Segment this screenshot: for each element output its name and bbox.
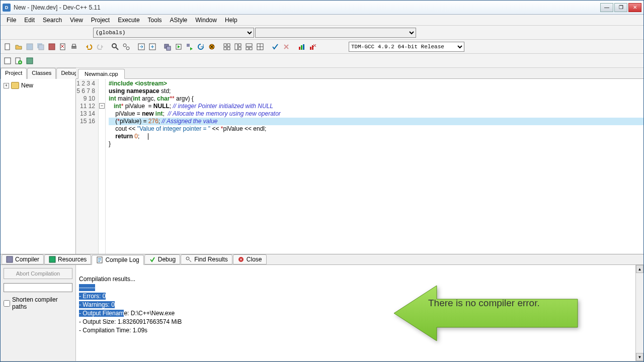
secondary-toolbar [1,54,643,68]
editor-tab-newmain[interactable]: Newmain.cpp [78,69,125,79]
compile-controls: Abort Compilation Shorten compiler paths [1,265,76,361]
undo-icon[interactable] [84,42,94,52]
save-icon[interactable] [25,42,35,52]
folder-icon [11,82,19,89]
save-as-icon[interactable] [47,42,57,52]
menu-window[interactable]: Window [191,16,221,25]
svg-rect-27 [250,47,252,50]
code-content[interactable]: #include <iostream>using namespace std;i… [106,79,643,254]
minimize-button[interactable]: — [600,3,613,12]
svg-rect-23 [238,44,241,46]
tab-find-results[interactable]: Find Results [181,254,232,264]
scroll-down-icon[interactable]: ▼ [636,353,643,361]
fold-toggle-icon[interactable]: − [99,103,105,109]
maximize-button[interactable]: ❐ [614,3,627,12]
grid3-icon[interactable] [244,42,254,52]
tab-compiler[interactable]: Compiler [2,254,44,264]
redo-icon[interactable] [95,42,105,52]
find-tab-icon [185,256,192,263]
app-icon: D [3,4,11,12]
tab-compile-log[interactable]: Compile Log [92,255,143,265]
fold-column: − [99,79,106,254]
open-file-icon[interactable] [14,42,24,52]
add-file-icon[interactable] [14,56,24,66]
tab-resources[interactable]: Resources [44,254,91,264]
svg-rect-38 [7,256,13,262]
bottom-panel: Compiler Resources Compile Log Debug Fin… [1,254,643,344]
tree-root-item[interactable]: + New [3,81,73,90]
menu-view[interactable]: View [66,16,87,25]
project-tree[interactable]: + New [1,79,75,254]
menu-search[interactable]: Search [39,16,66,25]
grid2-icon[interactable] [233,42,243,52]
tree-expand-icon[interactable]: + [4,83,9,88]
tab-project[interactable]: Project [1,68,27,79]
debug-tab-icon [149,256,156,263]
compiler-select[interactable]: TDM-GCC 4.9.2 64-bit Release [349,42,464,52]
compile-log[interactable]: Compilation results... -------- - Errors… [76,265,635,361]
close-file-icon[interactable] [58,42,68,52]
tab-classes[interactable]: Classes [27,68,56,79]
goto-icon[interactable] [136,42,146,52]
window-title: New - [New.dev] - Dev-C++ 5.11 [14,4,599,11]
svg-rect-18 [224,44,226,46]
new-file-icon[interactable] [3,42,13,52]
save-all-icon[interactable] [36,42,46,52]
compile-icon[interactable] [163,42,173,52]
rebuild-icon[interactable] [196,42,206,52]
svg-rect-25 [246,44,252,46]
svg-rect-31 [303,44,304,50]
menu-help[interactable]: Help [221,16,242,25]
menu-edit[interactable]: Edit [20,16,39,25]
menu-astyle[interactable]: AStyle [166,16,192,25]
resources-icon [49,256,56,263]
check-icon[interactable] [270,42,280,52]
close-button[interactable]: ✕ [628,3,641,12]
shorten-paths-row[interactable]: Shorten compiler paths [4,296,72,310]
grid4-icon[interactable] [255,42,265,52]
delete-profile-icon[interactable] [307,42,317,52]
globals-dropdown[interactable]: (globals) [93,28,254,38]
log-vscroll[interactable]: ▲ ▼ [635,265,643,361]
svg-rect-22 [235,44,237,50]
bookmark-icon[interactable] [147,42,157,52]
compile-run-icon[interactable] [185,42,195,52]
svg-rect-39 [49,256,55,262]
project-sidebar: Project Classes Debug + New [1,68,76,254]
menu-file[interactable]: File [3,16,20,25]
print-icon[interactable] [69,42,79,52]
svg-rect-1 [27,44,33,50]
debug-icon[interactable] [207,42,217,52]
svg-rect-30 [301,45,302,50]
menu-tools[interactable]: Tools [144,16,166,25]
svg-rect-37 [27,58,33,64]
find-icon[interactable] [110,42,120,52]
svg-rect-33 [312,45,313,50]
tab-close[interactable]: Close [233,254,267,264]
code-editor[interactable]: 1 2 3 4 5 6 7 8 9 10 11 12 13 14 15 16 −… [76,79,643,254]
run-icon[interactable] [174,42,184,52]
svg-point-10 [126,47,129,50]
members-dropdown[interactable] [255,28,416,38]
profile-icon[interactable] [296,42,306,52]
tab-debug-bottom[interactable]: Debug [144,254,180,264]
svg-point-9 [123,44,126,47]
grid1-icon[interactable] [222,42,232,52]
project-options-icon[interactable] [25,56,35,66]
svg-rect-0 [5,44,10,50]
svg-rect-4 [49,44,55,50]
abort-compilation-button[interactable]: Abort Compilation [4,268,72,279]
editor-area: Newmain.cpp 1 2 3 4 5 6 7 8 9 10 11 12 1… [76,68,643,254]
svg-rect-26 [246,47,249,50]
replace-icon[interactable] [121,42,131,52]
log-icon [96,256,103,263]
stop-icon[interactable] [281,42,291,52]
new-project-icon[interactable] [3,56,13,66]
title-bar: D New - [New.dev] - Dev-C++ 5.11 — ❐ ✕ [1,1,643,15]
shorten-paths-checkbox[interactable] [4,300,10,307]
scroll-up-icon[interactable]: ▲ [636,265,643,273]
menu-project[interactable]: Project [87,16,114,25]
menu-execute[interactable]: Execute [114,16,143,25]
callout-arrow: There is no compiler error. [378,270,569,340]
compile-progress [4,283,72,292]
